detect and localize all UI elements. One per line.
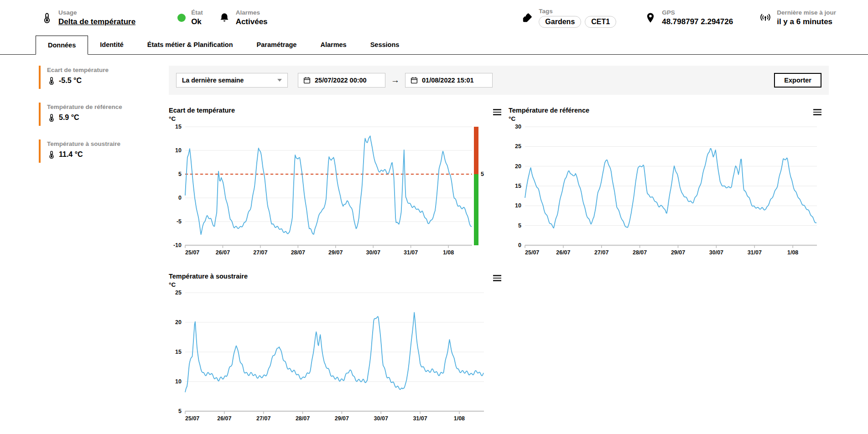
y-tick-label: 15 — [175, 349, 182, 355]
y-tick-label: 20 — [175, 319, 182, 326]
x-tick-label: 26/07 — [216, 249, 230, 256]
date-to-value: 01/08/2022 15:01 — [422, 77, 474, 84]
x-tick-label: 26/07 — [556, 249, 570, 256]
metric-label: Ecart de température — [47, 67, 169, 73]
metric-temperature-a-soustraire[interactable]: Température à soustraire 11.4 °C — [39, 140, 169, 163]
x-tick-label: 30/07 — [366, 249, 380, 256]
threshold-band-above — [474, 127, 478, 174]
tags-group: Tags Gardens CET1 — [521, 8, 616, 28]
x-tick-label: 31/07 — [748, 249, 762, 256]
chart-plot-area[interactable]: 30252015105025/0726/0727/0728/0729/0730/… — [509, 122, 823, 259]
series-line — [185, 312, 483, 392]
chart-temperature-de-reference: Température de référence °C 302520151050… — [509, 107, 829, 261]
y-tick-label: 0 — [518, 242, 521, 248]
thermometer-icon — [41, 12, 53, 24]
y-tick-label: 15 — [515, 183, 521, 189]
alarms-group: Alarmes Activées — [218, 9, 268, 26]
last-update-group: Dernière mise à jour il y a 6 minutes — [759, 9, 836, 26]
status-value: Ok — [191, 17, 203, 26]
gps-label: GPS — [662, 9, 733, 17]
x-tick-label: 26/07 — [217, 415, 231, 422]
x-tick-label: 25/07 — [185, 415, 199, 422]
x-tick-label: 1/08 — [443, 249, 454, 256]
series-line — [525, 149, 816, 228]
thermometer-icon — [47, 150, 56, 159]
calendar-icon — [303, 76, 311, 84]
y-tick-label: 25 — [515, 143, 521, 150]
y-tick-label: 30 — [515, 124, 521, 130]
date-from-input[interactable]: 25/07/2022 00:00 — [298, 73, 385, 88]
y-tick-label: 5 — [178, 408, 182, 414]
tab-alarmes[interactable]: Alarmes — [308, 36, 358, 55]
x-tick-label: 1/08 — [454, 415, 465, 422]
series-line — [185, 136, 472, 234]
x-tick-label: 28/07 — [296, 415, 310, 422]
export-button[interactable]: Exporter — [774, 73, 821, 88]
date-from-value: 25/07/2022 00:00 — [315, 77, 367, 84]
y-tick-label: 10 — [175, 378, 182, 385]
tab-bar: Données Identité États métier & Planific… — [0, 36, 868, 55]
x-tick-label: 29/07 — [335, 415, 349, 422]
status-label: État — [191, 9, 203, 17]
thermometer-icon — [47, 113, 56, 122]
usage-value-link[interactable]: Delta de température — [58, 17, 135, 26]
y-tick-label: 20 — [515, 163, 521, 170]
x-tick-label: 1/08 — [787, 249, 798, 256]
chart-menu-icon[interactable] — [492, 107, 502, 118]
tab-parametrage[interactable]: Paramétrage — [245, 36, 309, 55]
period-select-value: La dernière semaine — [182, 77, 244, 84]
date-to-input[interactable]: 01/08/2022 15:01 — [405, 73, 493, 88]
top-bar: Usage Delta de température État Ok Alarm… — [0, 0, 868, 36]
x-tick-label: 25/07 — [525, 249, 539, 256]
x-tick-label: 27/07 — [594, 249, 608, 256]
tag-pill: CET1 — [585, 16, 616, 28]
y-tick-label: 5 — [518, 222, 521, 229]
calendar-icon — [410, 76, 418, 84]
x-tick-label: 29/07 — [328, 249, 343, 256]
chart-unit: °C — [509, 115, 829, 122]
x-tick-label: 29/07 — [671, 249, 685, 256]
period-select[interactable]: La dernière semaine — [176, 73, 288, 88]
chart-unit: °C — [169, 281, 509, 288]
x-tick-label: 27/07 — [253, 249, 267, 256]
metric-value: 11.4 °C — [59, 150, 83, 159]
metric-label: Température de référence — [47, 103, 169, 110]
chart-plot-area[interactable]: 151050-5-1025/0726/0727/0728/0729/0730/0… — [169, 122, 490, 259]
chart-unit: °C — [169, 115, 509, 122]
chart-ecart-de-temperature: Ecart de température °C 151050-5-1025/07… — [169, 107, 509, 261]
x-tick-label: 30/07 — [709, 249, 723, 256]
chart-temperature-a-soustraire: Température à soustraire °C 25201510525/… — [169, 273, 509, 427]
y-tick-label: 15 — [175, 124, 182, 130]
gps-value: 48.798797 2.294726 — [662, 17, 733, 26]
tab-sessions[interactable]: Sessions — [359, 36, 411, 55]
y-tick-label: 10 — [515, 202, 521, 209]
chart-menu-icon[interactable] — [492, 273, 502, 284]
tags-label: Tags — [539, 8, 616, 16]
x-tick-label: 28/07 — [291, 249, 305, 256]
x-tick-label: 25/07 — [185, 249, 199, 256]
broadcast-icon — [759, 12, 771, 24]
gps-group: GPS 48.798797 2.294726 — [645, 9, 733, 26]
y-tick-label: -10 — [173, 242, 182, 248]
status-dot-icon — [177, 14, 186, 22]
last-update-label: Dernière mise à jour — [777, 9, 836, 17]
metric-temperature-de-reference[interactable]: Température de référence 5.9 °C — [39, 103, 169, 126]
threshold-band-below — [474, 174, 478, 245]
x-tick-label: 31/07 — [413, 415, 427, 422]
x-tick-label: 27/07 — [256, 415, 270, 422]
chevron-down-icon — [277, 79, 282, 82]
arrow-right-icon: → — [391, 75, 400, 85]
metric-ecart-de-temperature[interactable]: Ecart de température -5.5 °C — [39, 66, 169, 89]
tab-identite[interactable]: Identité — [88, 36, 135, 55]
chart-menu-icon[interactable] — [812, 107, 822, 118]
thermometer-icon — [47, 76, 56, 85]
tab-etats-metier-planification[interactable]: États métier & Planification — [135, 36, 245, 55]
charts-grid: Ecart de température °C 151050-5-1025/07… — [169, 107, 829, 427]
alarms-value: Activées — [236, 17, 268, 26]
usage-label: Usage — [58, 9, 135, 17]
metrics-sidebar: Ecart de température -5.5 °C Température… — [39, 66, 169, 427]
tag-icon — [521, 12, 533, 24]
chart-plot-area[interactable]: 25201510525/0726/0727/0728/0729/0730/073… — [169, 288, 490, 425]
tab-donnees[interactable]: Données — [36, 36, 88, 55]
y-tick-label: -5 — [177, 218, 182, 225]
